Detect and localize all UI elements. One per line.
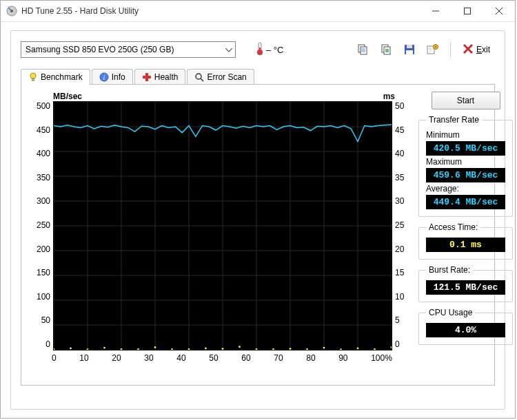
svg-point-48	[103, 347, 105, 349]
tick: 100	[37, 292, 50, 302]
copy-screenshot-button[interactable]	[376, 39, 396, 60]
toolbar-separator	[450, 42, 451, 57]
svg-point-16	[30, 73, 36, 78]
svg-point-47	[87, 348, 89, 350]
tick: 300	[37, 196, 50, 206]
tick: 450	[37, 125, 50, 135]
access-time-value: 0.1 ms	[426, 238, 505, 252]
tick: 90	[338, 353, 347, 363]
tab-error-scan[interactable]: Error Scan	[187, 69, 254, 85]
svg-point-62	[340, 348, 342, 350]
drive-select-value: Samsung SSD 850 EVO 250G (250 GB)	[26, 45, 174, 54]
health-icon	[142, 72, 152, 82]
search-icon	[194, 72, 204, 82]
tick: 80	[306, 353, 315, 363]
chart-canvas	[53, 101, 392, 350]
avg-label: Average:	[426, 184, 505, 193]
save-button[interactable]	[399, 39, 420, 60]
main-panel: Samsung SSD 850 EVO 250G (250 GB) – °C	[10, 30, 505, 410]
svg-point-63	[357, 347, 359, 349]
chevron-down-icon	[225, 45, 232, 54]
copy-text-button[interactable]	[352, 39, 373, 60]
tick: 250	[37, 220, 50, 230]
temperature-readout: – °C	[256, 42, 283, 58]
start-button[interactable]: Start	[432, 92, 500, 109]
group-legend: Transfer Rate	[426, 115, 482, 125]
tick: 0	[52, 353, 57, 363]
options-button[interactable]	[423, 39, 443, 60]
tick: 50	[41, 315, 50, 325]
tick: 35	[395, 173, 404, 182]
svg-rect-7	[361, 47, 367, 54]
svg-point-45	[54, 348, 54, 350]
cpu-usage-group: CPU Usage 4.0%	[418, 308, 513, 345]
tab-label: Health	[154, 72, 179, 82]
app-icon	[6, 6, 17, 17]
tick: 50	[209, 353, 218, 363]
group-legend: Burst Rate:	[426, 265, 473, 275]
max-label: Maximum	[426, 157, 505, 167]
exit-label: Exit	[476, 45, 490, 54]
tick: 25	[395, 220, 404, 230]
svg-point-52	[171, 348, 173, 350]
tab-info[interactable]: i Info	[92, 69, 133, 85]
svg-point-59	[290, 348, 292, 350]
toolbar-buttons: Exit	[352, 39, 495, 60]
min-label: Minimum	[426, 130, 505, 140]
tick: 20	[395, 244, 404, 254]
exit-button[interactable]: Exit	[458, 39, 495, 60]
tab-label: Info	[112, 72, 125, 82]
tick: 5	[395, 315, 400, 325]
drive-select[interactable]: Samsung SSD 850 EVO 250G (250 GB)	[21, 41, 236, 58]
minimize-button[interactable]	[420, 1, 452, 21]
group-legend: CPU Usage	[426, 308, 475, 317]
tick: 40	[395, 149, 404, 158]
tick: 350	[37, 173, 50, 182]
temperature-value: – °C	[266, 45, 283, 55]
tick: 400	[37, 149, 50, 158]
exit-icon	[463, 43, 474, 56]
svg-point-60	[306, 348, 308, 350]
tick: 40	[176, 353, 185, 363]
svg-point-55	[222, 348, 224, 350]
tick: 10	[79, 353, 88, 363]
tick: 100%	[371, 353, 392, 363]
maximize-button[interactable]	[452, 1, 483, 21]
transfer-rate-group: Transfer Rate Minimum 420.5 MB/sec Maxim…	[418, 115, 513, 217]
window-title: HD Tune 2.55 - Hard Disk Utility	[21, 6, 420, 16]
svg-point-46	[70, 347, 72, 349]
tick: 60	[241, 353, 250, 363]
tab-strip: Benchmark i Info Health	[21, 68, 495, 84]
close-button[interactable]	[483, 1, 515, 21]
tick: 500	[37, 101, 50, 111]
svg-point-51	[154, 346, 156, 348]
access-time-group: Access Time: 0.1 ms	[418, 222, 513, 260]
svg-rect-10	[385, 49, 389, 52]
cpu-usage-value: 4.0%	[426, 323, 505, 337]
svg-point-65	[391, 346, 392, 348]
group-legend: Access Time:	[426, 222, 480, 232]
titlebar: HD Tune 2.55 - Hard Disk Utility	[1, 1, 515, 22]
tick: 0	[45, 339, 50, 349]
tab-label: Error Scan	[207, 72, 246, 82]
svg-point-57	[256, 348, 258, 350]
svg-point-53	[188, 348, 190, 350]
tick: 200	[37, 244, 50, 254]
svg-rect-2	[465, 8, 471, 14]
tick: 10	[395, 292, 404, 302]
x-axis: 0 10 20 30 40 50 60 70 80 90 100%	[52, 353, 392, 363]
max-value: 459.6 MB/sec	[426, 168, 505, 182]
y-axis-left: 500 450 400 350 300 250 200 150 100 50 0	[30, 101, 50, 349]
tab-benchmark[interactable]: Benchmark	[21, 69, 90, 85]
tick: 20	[112, 353, 121, 363]
tick: 70	[274, 353, 283, 363]
min-value: 420.5 MB/sec	[426, 141, 505, 156]
svg-point-50	[137, 348, 139, 350]
tick: 45	[395, 125, 404, 135]
y-axis-right: 50 45 40 35 30 25 20 15 10 5 0	[395, 101, 412, 349]
tab-health[interactable]: Health	[134, 69, 186, 85]
svg-point-56	[239, 346, 241, 348]
svg-rect-17	[32, 78, 34, 81]
svg-point-22	[196, 74, 201, 79]
results-column: Start Transfer Rate Minimum 420.5 MB/sec…	[418, 92, 513, 377]
